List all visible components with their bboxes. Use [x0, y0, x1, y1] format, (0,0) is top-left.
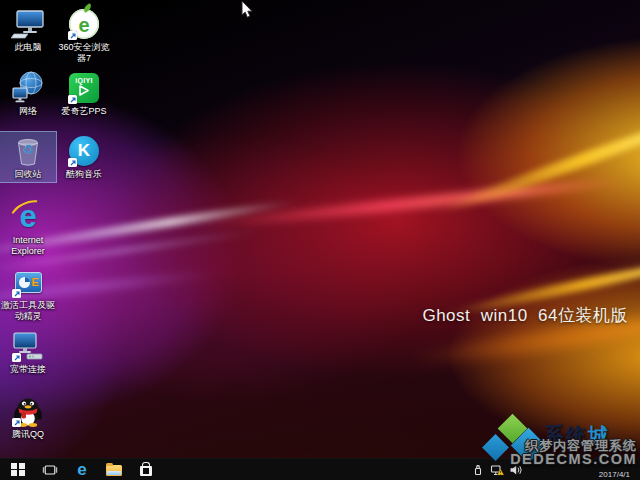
activation-tool-icon: E — [11, 265, 45, 299]
volume-tray-icon[interactable] — [508, 462, 524, 478]
usb-device-tray-icon[interactable] — [470, 462, 486, 478]
recycle-bin-icon: ♻ — [11, 134, 45, 168]
wallpaper-streak — [191, 175, 630, 232]
pie-shape — [19, 277, 30, 288]
desktop-icon-iqiyi-pps[interactable]: iQIYI 爱奇艺PPS — [56, 69, 112, 119]
kugou-logo-letter: K — [78, 141, 90, 161]
network-warning-tray-icon[interactable] — [489, 462, 505, 478]
os-edition-text: Ghost win10 64位装机版 — [422, 304, 628, 327]
edge-taskbar-button[interactable]: e — [68, 459, 96, 480]
store-taskbar-button[interactable] — [132, 459, 160, 480]
icon-label: 酷狗音乐 — [66, 169, 102, 180]
360-logo-letter: e — [78, 15, 89, 35]
taskbar: e — [0, 458, 640, 480]
icon-label: 爱奇艺PPS — [61, 106, 106, 117]
shortcut-arrow-icon — [12, 353, 21, 362]
file-explorer-taskbar-button[interactable] — [100, 459, 128, 480]
desktop-icon-360-browser[interactable]: e 360安全浏览器7 — [56, 5, 112, 66]
activation-logo-letter: E — [32, 276, 39, 288]
wallpaper-streak — [436, 111, 640, 219]
icon-label: 此电脑 — [15, 42, 42, 53]
start-button[interactable] — [4, 459, 32, 480]
iqiyi-logo-text: iQIYI — [75, 77, 92, 84]
store-icon — [140, 466, 152, 476]
shortcut-arrow-icon — [12, 289, 21, 298]
file-explorer-icon — [106, 465, 122, 476]
desktop-icon-activation-tool[interactable]: E 激活工具及驱动精灵 — [0, 263, 56, 324]
icon-label: 腾讯QQ — [12, 429, 44, 440]
icon-label: 宽带连接 — [10, 364, 46, 375]
edge-icon: e — [77, 461, 86, 478]
icon-label: 360安全浏览器7 — [56, 42, 112, 64]
broadband-connection-icon — [11, 329, 45, 363]
shortcut-arrow-icon — [12, 418, 21, 427]
shortcut-arrow-icon — [68, 158, 77, 167]
task-view-button[interactable] — [36, 459, 64, 480]
internet-explorer-icon: e — [11, 200, 45, 234]
shortcut-arrow-icon — [68, 95, 77, 104]
kugou-music-icon: K — [67, 134, 101, 168]
icon-label: 网络 — [19, 106, 37, 117]
desktop-icon-this-pc[interactable]: 此电脑 — [0, 5, 56, 55]
desktop-icon-network[interactable]: 网络 — [0, 69, 56, 119]
windows-logo-icon — [11, 463, 24, 476]
desktop-icon-broadband-connection[interactable]: 宽带连接 — [0, 327, 56, 377]
recycle-symbol: ♻ — [11, 142, 45, 157]
icon-label: 激活工具及驱动精灵 — [0, 300, 56, 322]
leaf-shape — [82, 3, 93, 13]
taskbar-clock-date[interactable]: 2017/4/1 — [599, 470, 630, 479]
desktop-icon-kugou-music[interactable]: K 酷狗音乐 — [56, 132, 112, 182]
task-view-icon — [42, 462, 58, 478]
icon-label: Internet Explorer — [0, 235, 56, 257]
shortcut-arrow-icon — [68, 31, 77, 40]
desktop-icon-internet-explorer[interactable]: e Internet Explorer — [0, 198, 56, 259]
tencent-qq-icon — [11, 394, 45, 428]
network-icon — [11, 71, 45, 105]
icon-label: 回收站 — [15, 169, 42, 180]
desktop-icon-recycle-bin[interactable]: ♻ 回收站 — [0, 132, 56, 182]
360-browser-icon: e — [67, 7, 101, 41]
iqiyi-pps-icon: iQIYI — [67, 71, 101, 105]
this-pc-icon — [11, 7, 45, 41]
desktop-icon-tencent-qq[interactable]: 腾讯QQ — [0, 392, 56, 442]
